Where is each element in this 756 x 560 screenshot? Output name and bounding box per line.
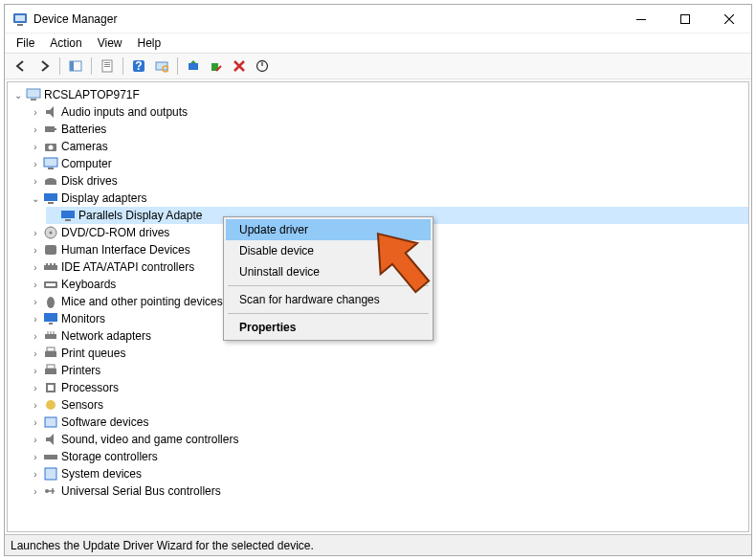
update-driver-toolbar-button[interactable] — [183, 56, 204, 77]
tree-category-label: Software devices — [61, 415, 148, 429]
maximize-button[interactable] — [663, 5, 707, 34]
context-disable-device[interactable]: Disable device — [226, 240, 431, 261]
category-icon — [43, 328, 58, 344]
svg-rect-6 — [17, 24, 23, 26]
svg-point-45 — [47, 297, 55, 308]
context-update-driver-label: Update driver — [239, 223, 308, 236]
category-icon — [43, 294, 58, 309]
tree-category[interactable]: › Computer — [29, 155, 748, 172]
toolbar-separator — [122, 57, 123, 75]
tree-category[interactable]: › Sound, video and game controllers — [29, 431, 748, 448]
expand-icon[interactable]: › — [29, 383, 42, 393]
svg-rect-39 — [44, 265, 57, 270]
expand-icon[interactable]: › — [29, 417, 42, 428]
expand-icon[interactable]: › — [29, 159, 42, 169]
close-button[interactable] — [707, 5, 751, 34]
uninstall-device-toolbar-button[interactable] — [229, 56, 250, 77]
tree-category-label: Network adapters — [61, 329, 151, 343]
enable-device-toolbar-button[interactable] — [252, 56, 273, 77]
minimize-button[interactable] — [619, 5, 663, 34]
svg-rect-31 — [45, 181, 56, 185]
tree-category[interactable]: › Sensors — [29, 396, 748, 414]
expand-icon[interactable]: › — [29, 262, 42, 273]
tree-category[interactable]: › Processors — [29, 379, 748, 396]
expand-icon[interactable]: › — [29, 228, 42, 238]
expand-icon[interactable]: › — [29, 331, 42, 342]
svg-rect-13 — [104, 64, 110, 65]
tree-category[interactable]: › Print queues — [29, 345, 748, 362]
category-icon — [43, 311, 58, 326]
disable-device-toolbar-button[interactable] — [206, 56, 227, 77]
collapse-icon[interactable]: ⌄ — [29, 193, 42, 204]
tree-category[interactable]: › Disk drives — [29, 172, 748, 190]
svg-rect-32 — [44, 193, 57, 201]
svg-rect-29 — [48, 168, 54, 169]
context-properties[interactable]: Properties — [226, 317, 431, 338]
svg-rect-46 — [44, 313, 57, 322]
category-icon — [43, 242, 58, 258]
tree-category[interactable]: › Universal Serial Bus controllers — [29, 482, 748, 500]
category-icon — [43, 277, 58, 292]
tree-category[interactable]: › Storage controllers — [29, 448, 748, 465]
expand-icon[interactable]: › — [29, 400, 42, 411]
expand-icon[interactable]: › — [29, 435, 42, 445]
expand-icon[interactable]: › — [29, 107, 42, 118]
expand-icon[interactable]: › — [29, 297, 42, 307]
tree-category-label: Sensors — [61, 398, 103, 412]
menu-file[interactable]: File — [9, 34, 42, 52]
context-scan-hardware[interactable]: Scan for hardware changes — [226, 289, 431, 310]
svg-rect-24 — [45, 126, 55, 132]
expand-icon[interactable]: › — [29, 469, 42, 480]
status-text: Launches the Update Driver Wizard for th… — [11, 539, 314, 552]
properties-button[interactable] — [97, 56, 118, 77]
tree-category[interactable]: › System devices — [29, 465, 748, 482]
tree-category-label: Print queues — [61, 347, 125, 360]
tree-category-label: Keyboards — [61, 278, 116, 291]
expand-icon[interactable]: › — [29, 176, 42, 187]
svg-rect-41 — [50, 263, 52, 265]
svg-rect-50 — [47, 347, 55, 351]
expand-icon[interactable]: › — [29, 245, 42, 256]
category-icon — [43, 259, 58, 275]
category-icon — [43, 449, 58, 464]
collapse-icon[interactable]: ⌄ — [11, 90, 25, 101]
svg-point-37 — [50, 232, 53, 235]
tree-category-label: IDE ATA/ATAPI controllers — [61, 260, 194, 274]
category-icon — [43, 397, 58, 413]
tree-category[interactable]: › Printers — [29, 362, 748, 379]
expand-icon[interactable]: › — [29, 452, 42, 462]
context-uninstall-device[interactable]: Uninstall device — [226, 261, 431, 282]
tree-category[interactable]: ⌄ Display adapters — [29, 190, 748, 207]
svg-rect-8 — [681, 14, 690, 23]
display-adapter-icon — [60, 208, 76, 223]
tree-category[interactable]: › Cameras — [29, 138, 748, 155]
expand-icon[interactable]: › — [29, 124, 42, 135]
help-button[interactable]: ? — [128, 56, 149, 77]
context-update-driver[interactable]: Update driver — [226, 219, 431, 240]
expand-icon[interactable]: › — [29, 366, 42, 376]
tree-category[interactable]: › Audio inputs and outputs — [29, 103, 748, 121]
tree-category-label: Processors — [61, 381, 119, 394]
tree-category[interactable]: › Software devices — [29, 414, 748, 431]
menu-view[interactable]: View — [90, 34, 130, 52]
show-hide-console-button[interactable] — [65, 56, 86, 77]
forward-button[interactable] — [33, 56, 55, 77]
svg-rect-58 — [45, 468, 56, 480]
tree-category-label: Computer — [61, 157, 112, 170]
toolbar-separator — [177, 57, 178, 75]
tree-category[interactable]: › Batteries — [29, 121, 748, 138]
tree-root[interactable]: ⌄ RCSLAPTOP971F — [11, 86, 748, 103]
scan-hardware-button[interactable] — [151, 56, 172, 77]
back-button[interactable] — [11, 56, 32, 77]
svg-point-27 — [49, 146, 54, 150]
menu-action[interactable]: Action — [42, 34, 89, 52]
expand-icon[interactable]: › — [29, 348, 42, 359]
svg-rect-47 — [49, 323, 53, 325]
menu-help[interactable]: Help — [130, 34, 169, 52]
expand-icon[interactable]: › — [29, 142, 42, 152]
expand-icon[interactable]: › — [29, 486, 42, 497]
window-controls — [619, 5, 751, 34]
expand-icon[interactable]: › — [29, 314, 42, 325]
expand-icon[interactable]: › — [29, 280, 42, 290]
context-separator — [228, 313, 429, 314]
